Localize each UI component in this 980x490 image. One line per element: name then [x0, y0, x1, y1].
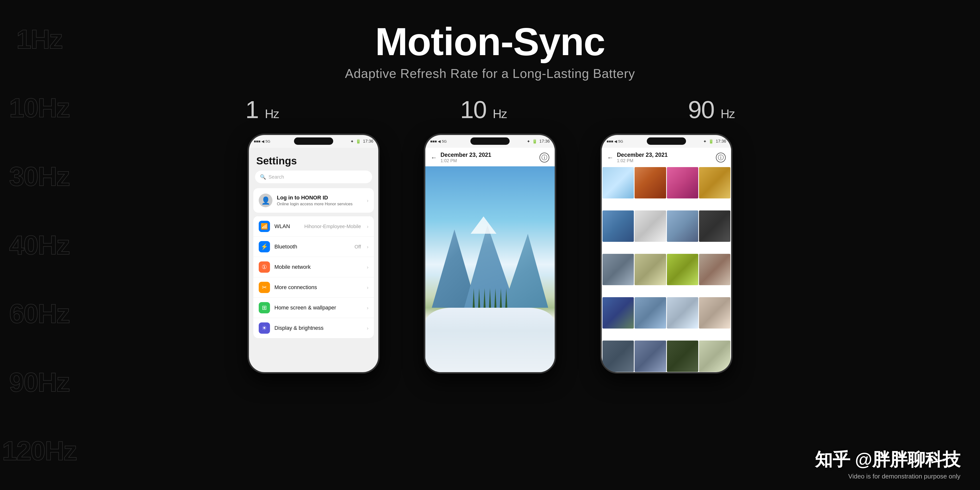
gallery-time-10hz: 1:02 PM [441, 158, 539, 164]
settings-search-bar[interactable]: 🔍 Search [255, 170, 372, 183]
display-icon: ☀ [259, 323, 270, 334]
bluetooth-icon: ⚡ [259, 241, 270, 252]
signal-icon: ■■■ ◀ 5G [254, 139, 270, 143]
wlan-value: Hihonor-Employee-Mobile [304, 224, 361, 229]
status-left-90hz: ■■■ ◀ 5G [607, 139, 623, 143]
settings-item-display[interactable]: ☀ Display & brightness › [253, 318, 374, 338]
grid-photo-7[interactable] [667, 210, 698, 242]
grid-photo-2[interactable] [635, 167, 666, 199]
grid-photo-17[interactable] [603, 340, 634, 372]
status-left-10hz: ■■■ ◀ 5G [430, 139, 447, 143]
bluetooth-value: Off [355, 244, 361, 250]
wlan-icon: 📶 [259, 221, 270, 232]
phones-row: ■■■ ◀ 5G ✦ 🔋 17:36 Settings 🔍 Sea [247, 134, 733, 374]
bluetooth-status-icon: ✦ [350, 139, 354, 144]
grid-photo-20[interactable] [699, 340, 730, 372]
battery-icon: 🔋 [356, 139, 361, 144]
grid-photo-19[interactable] [667, 340, 698, 372]
grid-photo-11[interactable] [667, 254, 698, 285]
account-subtitle: Online login access more Honor services [277, 202, 353, 207]
grid-photo-5[interactable] [603, 210, 634, 242]
page-title: Motion-Sync [345, 22, 635, 61]
grid-photo-8[interactable] [699, 210, 730, 242]
settings-title: Settings [249, 148, 378, 170]
grid-photo-12[interactable] [699, 254, 730, 285]
status-bar-1hz: ■■■ ◀ 5G ✦ 🔋 17:36 [249, 135, 378, 148]
grid-photo-4[interactable] [699, 167, 730, 199]
status-right-90hz: ✦ 🔋 17:36 [703, 139, 726, 144]
phone-10hz-wrapper: ■■■ ◀ 5G ✦ 🔋 17:36 ← December [424, 134, 556, 374]
home-screen-chevron-icon: › [367, 305, 369, 311]
settings-item-home-screen[interactable]: ⊞ Home screen & wallpaper › [253, 298, 374, 318]
battery-icon-10hz: 🔋 [532, 139, 537, 144]
wlan-label: WLAN [274, 223, 300, 229]
phone-10hz: ■■■ ◀ 5G ✦ 🔋 17:36 ← December [424, 134, 556, 374]
bluetooth-chevron-icon: › [367, 244, 369, 250]
gallery-header-text-90hz: December 23, 2021 1:02 PM [617, 152, 716, 164]
grid-photo-15[interactable] [667, 297, 698, 329]
grid-photo-18[interactable] [635, 340, 666, 372]
gallery-info-button[interactable]: ⓘ [539, 153, 549, 162]
gallery-date-90hz: December 23, 2021 [617, 152, 716, 158]
mobile-network-chevron-icon: › [367, 264, 369, 270]
gallery-grid-screen: ← December 23, 2021 1:02 PM ⓘ [602, 148, 731, 374]
more-connections-label: More connections [274, 284, 362, 291]
grid-photo-3[interactable] [667, 167, 698, 199]
status-bar-90hz: ■■■ ◀ 5G ✦ 🔋 17:36 [602, 135, 731, 148]
grid-photo-1[interactable] [603, 167, 634, 199]
settings-account-card[interactable]: 👤 Log in to HONOR ID Online login access… [253, 188, 374, 213]
gallery-back-button-90hz[interactable]: ← [607, 154, 614, 161]
status-right-1hz: ✦ 🔋 17:36 [350, 139, 373, 144]
watermark-chinese-text: 知乎 @胖胖聊科技 [815, 448, 960, 471]
mobile-network-label: Mobile network [274, 264, 362, 270]
phone-90hz: ■■■ ◀ 5G ✦ 🔋 17:36 ← December [600, 134, 733, 374]
camera-cutout-10hz [470, 137, 510, 145]
bluetooth-icon-10hz: ✦ [527, 139, 530, 144]
account-text: Log in to HONOR ID Online login access m… [277, 194, 353, 207]
avatar-icon: 👤 [261, 196, 270, 205]
wlan-chevron-icon: › [367, 224, 369, 229]
main-container: Motion-Sync Adaptive Refresh Rate for a … [0, 0, 980, 490]
status-right-10hz: ✦ 🔋 17:36 [527, 139, 550, 144]
settings-item-wlan[interactable]: 📶 WLAN Hihonor-Employee-Mobile › [253, 216, 374, 236]
hz-label-1: 1 Hz [245, 95, 279, 124]
grid-photo-13[interactable] [603, 297, 634, 329]
hz-label-90: 90 Hz [688, 95, 735, 124]
gallery-time-90hz: 1:02 PM [617, 158, 716, 164]
gallery-back-button[interactable]: ← [431, 154, 437, 161]
gallery-header-10hz: ← December 23, 2021 1:02 PM ⓘ [425, 148, 555, 166]
time-display-1hz: 17:36 [363, 139, 373, 144]
display-chevron-icon: › [367, 325, 369, 331]
page-subtitle: Adaptive Refresh Rate for a Long-Lasting… [345, 66, 635, 81]
grid-photo-14[interactable] [635, 297, 666, 329]
bluetooth-label: Bluetooth [274, 243, 350, 250]
settings-item-bluetooth[interactable]: ⚡ Bluetooth Off › [253, 236, 374, 257]
settings-items-card: 📶 WLAN Hihonor-Employee-Mobile › ⚡ Bluet… [253, 216, 374, 338]
display-label: Display & brightness [274, 325, 362, 331]
grid-photo-6[interactable] [635, 210, 666, 242]
header: Motion-Sync Adaptive Refresh Rate for a … [345, 22, 635, 81]
grid-photo-9[interactable] [603, 254, 634, 285]
grid-photo-10[interactable] [635, 254, 666, 285]
status-left-1hz: ■■■ ◀ 5G [254, 139, 270, 143]
camera-cutout-90hz [647, 137, 686, 145]
status-bar-10hz: ■■■ ◀ 5G ✦ 🔋 17:36 [425, 135, 555, 148]
gallery-info-button-90hz[interactable]: ⓘ [716, 153, 726, 162]
signal-icon-10hz: ■■■ ◀ 5G [430, 139, 447, 143]
settings-account-item[interactable]: 👤 Log in to HONOR ID Online login access… [253, 188, 374, 213]
phone-1hz: ■■■ ◀ 5G ✦ 🔋 17:36 Settings 🔍 Sea [247, 134, 380, 374]
home-screen-icon: ⊞ [259, 302, 270, 313]
grid-photo-16[interactable] [699, 297, 730, 329]
settings-item-mobile-network[interactable]: ① Mobile network › [253, 257, 374, 277]
gallery-photo-grid [602, 166, 731, 374]
snow-cap [471, 216, 496, 234]
watermark-demo-text: Video is for demonstration purpose only [815, 473, 960, 480]
hz-label-10: 10 Hz [460, 95, 507, 124]
battery-icon-90hz: 🔋 [708, 139, 714, 144]
settings-item-more-connections[interactable]: ✂ More connections › [253, 277, 374, 298]
phone-90hz-wrapper: ■■■ ◀ 5G ✦ 🔋 17:36 ← December [600, 134, 733, 374]
gallery-header-text-10hz: December 23, 2021 1:02 PM [441, 152, 539, 164]
camera-cutout-1hz [294, 137, 333, 145]
hz-labels-row: 1 Hz 10 Hz 90 Hz [245, 95, 735, 124]
landscape-image [425, 166, 555, 374]
